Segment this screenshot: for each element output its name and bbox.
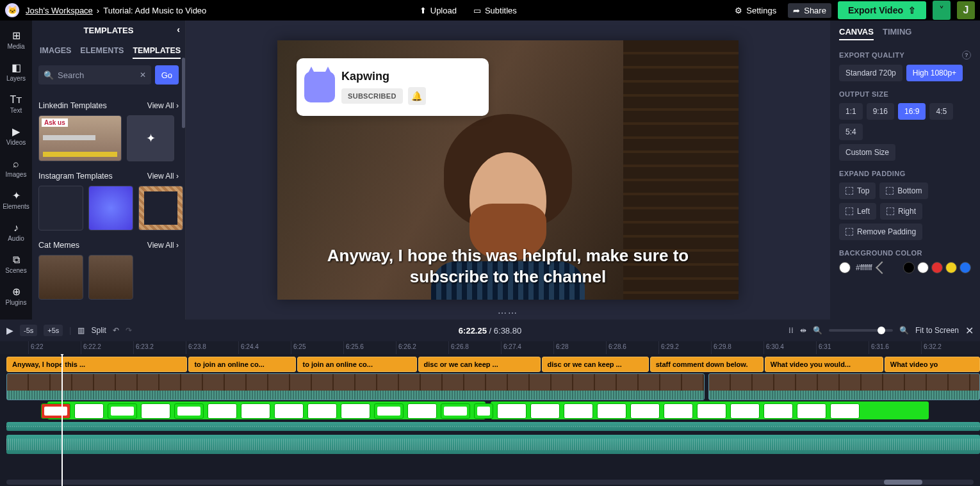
video-clip[interactable]: [6, 373, 705, 400]
subtitle-clip[interactable]: Anyway, I hope this ...: [6, 357, 187, 372]
forward-5s-button[interactable]: +5s: [44, 325, 63, 336]
template-thumb[interactable]: [88, 255, 133, 300]
snap-icon[interactable]: ⇹: [800, 326, 806, 335]
play-button[interactable]: ▶: [6, 325, 13, 336]
video-track[interactable]: [6, 373, 980, 400]
quality-standard-button[interactable]: Standard 720p: [839, 65, 902, 81]
subtitle-clip[interactable]: What video yo: [885, 357, 980, 372]
rail-images[interactable]: ⌕Images: [0, 152, 32, 183]
overlay-clip[interactable]: [530, 403, 560, 419]
overlay-clip[interactable]: [208, 403, 237, 419]
rail-scenes[interactable]: ⧉Scenes: [0, 248, 32, 279]
video-preview[interactable]: Kapwing SUBSCRIBED 🔔 Anyway, I hope this…: [277, 40, 739, 300]
template-thumb[interactable]: [138, 186, 183, 231]
size-16-9[interactable]: 16:9: [898, 103, 926, 120]
overlay-clip[interactable]: [474, 403, 493, 419]
preset-color[interactable]: [945, 262, 957, 273]
help-icon[interactable]: ?: [962, 51, 971, 60]
preset-color[interactable]: [960, 262, 971, 273]
overlay-clip[interactable]: [797, 403, 826, 419]
size-1-1[interactable]: 1:1: [839, 103, 863, 120]
props-tab-timing[interactable]: TIMING: [883, 27, 912, 40]
clear-search-icon[interactable]: ✕: [140, 70, 146, 79]
subtitle-track[interactable]: Anyway, I hope this ...to join an online…: [6, 357, 980, 372]
size-5-4[interactable]: 5:4: [839, 124, 863, 140]
settings-button[interactable]: ⚙ Settings: [730, 3, 781, 18]
fit-to-screen-button[interactable]: Fit to Screen: [915, 326, 959, 335]
panel-scrollbar[interactable]: [182, 51, 185, 320]
quality-high-button[interactable]: High 1080p+: [906, 65, 963, 81]
close-timeline-icon[interactable]: ✕: [965, 325, 974, 337]
remove-padding-button[interactable]: Remove Padding: [839, 223, 922, 240]
subtitle-clip[interactable]: to join an online co...: [188, 357, 295, 372]
size-4-5[interactable]: 4:5: [929, 103, 953, 120]
padding-bottom-button[interactable]: Bottom: [879, 182, 928, 199]
view-all-link[interactable]: View All ›: [147, 101, 179, 110]
timeline-ruler[interactable]: 6:226:22.26:23.26:23.86:24.46:256:25.66:…: [0, 341, 980, 354]
export-dropdown[interactable]: ˅: [933, 1, 951, 20]
overlay-track[interactable]: [6, 401, 980, 421]
view-all-link[interactable]: View All ›: [147, 172, 179, 181]
overlay-clip[interactable]: [830, 403, 860, 419]
playhead[interactable]: [61, 354, 63, 486]
padding-top-button[interactable]: Top: [839, 182, 876, 199]
overlay-clip[interactable]: [174, 403, 204, 419]
overlay-clip[interactable]: [630, 403, 660, 419]
overlay-clip[interactable]: [664, 403, 693, 419]
export-button[interactable]: Export Video ⇧: [838, 1, 926, 19]
padding-right-button[interactable]: Right: [880, 203, 922, 220]
overlay-clip[interactable]: [241, 403, 270, 419]
rail-videos[interactable]: ▶Videos: [0, 120, 32, 151]
subtitle-clip[interactable]: disc or we can keep ...: [542, 357, 649, 372]
rail-media[interactable]: ⊞Media: [0, 24, 32, 55]
custom-size-button[interactable]: Custom Size: [839, 144, 895, 161]
split-button[interactable]: Split: [91, 326, 106, 335]
redo-button[interactable]: ↷: [126, 326, 132, 335]
audio-track[interactable]: [6, 435, 980, 454]
overlay-clip[interactable]: [564, 403, 593, 419]
template-thumb[interactable]: [38, 186, 83, 231]
user-avatar[interactable]: J: [957, 1, 975, 19]
search-input[interactable]: 🔍 Search ✕: [38, 65, 151, 85]
overlay-clip[interactable]: [697, 403, 726, 419]
preset-color[interactable]: [917, 262, 929, 273]
template-thumb[interactable]: ✦: [127, 115, 174, 161]
rail-plugins[interactable]: ⊕Plugins: [0, 280, 32, 311]
panel-tab-elements[interactable]: ELEMENTS: [80, 46, 124, 59]
props-tab-canvas[interactable]: CANVAS: [839, 27, 874, 40]
zoom-in-icon[interactable]: 🔍: [899, 326, 909, 335]
view-all-link[interactable]: View All ›: [147, 241, 179, 250]
zoom-slider[interactable]: [829, 329, 893, 332]
subscribe-card-overlay[interactable]: Kapwing SUBSCRIBED 🔔: [297, 58, 489, 116]
overlay-clip[interactable]: [307, 403, 337, 419]
overlay-clip[interactable]: [74, 403, 104, 419]
project-title[interactable]: Tutorial: Add Music to Video: [103, 6, 206, 15]
bg-hex[interactable]: #ffffff: [856, 263, 872, 272]
panel-tab-templates[interactable]: TEMPLATES: [133, 46, 181, 59]
overlay-clip[interactable]: [341, 403, 370, 419]
rail-elements[interactable]: ✦Elements: [0, 184, 32, 215]
bg-swatch[interactable]: [839, 262, 851, 273]
resize-handle[interactable]: ⋯⋯: [498, 308, 518, 318]
subtitles-button[interactable]: ▭ Subtitles: [468, 3, 522, 18]
panel-tab-images[interactable]: IMAGES: [40, 46, 71, 59]
overlay-clip[interactable]: [497, 403, 527, 419]
template-thumb[interactable]: Ask us: [38, 115, 122, 161]
rail-audio[interactable]: ♪Audio: [0, 216, 32, 247]
size-9-16[interactable]: 9:16: [867, 103, 894, 120]
overlay-clip[interactable]: [141, 403, 170, 419]
video-clip[interactable]: [708, 373, 980, 400]
search-go-button[interactable]: Go: [155, 65, 179, 85]
overlay-clip[interactable]: [407, 403, 437, 419]
padding-left-button[interactable]: Left: [839, 203, 876, 220]
zoom-out-icon[interactable]: 🔍: [813, 326, 822, 335]
overlay-clip[interactable]: [274, 403, 304, 419]
workspace-link[interactable]: Josh's Workspace: [26, 6, 93, 15]
audio-clip[interactable]: [6, 435, 980, 454]
magnet-icon[interactable]: ⁞⁞: [788, 326, 794, 335]
eyedropper-icon[interactable]: [876, 261, 888, 274]
overlay-clip[interactable]: [108, 403, 137, 419]
preset-color[interactable]: [903, 262, 915, 273]
subtitle-clip[interactable]: to join an online co...: [297, 357, 417, 372]
subtitle-clip[interactable]: What video you would...: [765, 357, 883, 372]
